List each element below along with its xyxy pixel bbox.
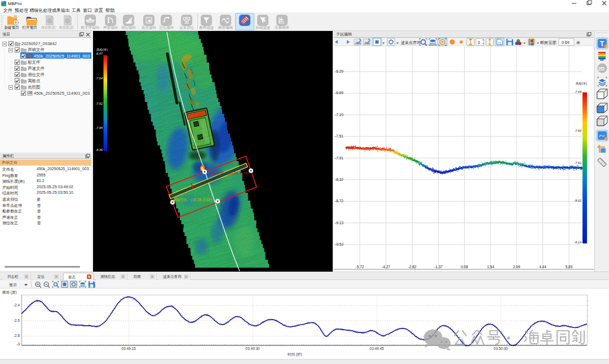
svg-text:-7.52: -7.52 <box>95 102 103 105</box>
svg-text:-6.29: -6.29 <box>335 69 343 73</box>
svg-text:波束点查询: 波束点查询 <box>401 41 421 45</box>
svg-text:-8.02: -8.02 <box>574 199 581 202</box>
svg-text:1.54: 1.54 <box>487 265 495 269</box>
svg-text:2D: 2D <box>598 66 604 72</box>
svg-text:0.69: 0.69 <box>562 41 570 45</box>
svg-text:高程(米): 高程(米) <box>96 48 108 52</box>
svg-text:5.89: 5.89 <box>566 265 573 269</box>
svg-text:-5.72: -5.72 <box>356 265 364 269</box>
svg-text:2.99: 2.99 <box>513 265 520 269</box>
svg-text:-8.32: -8.32 <box>335 177 343 181</box>
svg-text:-7.91: -7.91 <box>574 161 581 165</box>
svg-text:断面宽度:: 断面宽度: <box>540 40 557 45</box>
svg-text:0.08: 0.08 <box>461 265 468 269</box>
svg-text:4.44: 4.44 <box>539 265 546 269</box>
svg-text:米: 米 <box>576 41 580 45</box>
svg-text:-8.14: -8.14 <box>574 241 581 244</box>
svg-text:-6.47: -6.47 <box>95 52 103 55</box>
svg-text:-4.27: -4.27 <box>382 265 390 269</box>
svg-text:-7.51: -7.51 <box>335 134 343 138</box>
svg-text:-7.91: -7.91 <box>335 156 343 160</box>
svg-text:高程(米): 高程(米) <box>576 82 587 86</box>
svg-text:-6.69: -6.69 <box>335 91 343 95</box>
svg-text:-8.72: -8.72 <box>335 199 343 203</box>
svg-text:-7.10: -7.10 <box>335 113 343 117</box>
svg-text:T: T <box>600 40 604 48</box>
svg-text:编辑区域：(15.19, 5.79): 编辑区域：(15.19, 5.79) <box>209 171 248 176</box>
svg-text:-7.49: -7.49 <box>574 90 581 94</box>
svg-text:-1.37: -1.37 <box>434 265 443 269</box>
svg-text:-7.95: -7.95 <box>95 126 103 130</box>
svg-text:-7.04: -7.04 <box>95 77 103 80</box>
svg-text:编辑子区：(15.19, 0.69): 编辑子区：(15.19, 0.69) <box>173 198 211 202</box>
svg-text:-9.13: -9.13 <box>335 221 343 225</box>
svg-text:-9.53: -9.53 <box>335 242 343 246</box>
svg-text:3: 3 <box>478 41 480 45</box>
svg-text:-2.82: -2.82 <box>408 265 417 269</box>
svg-text:-7.80: -7.80 <box>574 129 581 132</box>
svg-text:-8.36: -8.36 <box>95 148 103 152</box>
